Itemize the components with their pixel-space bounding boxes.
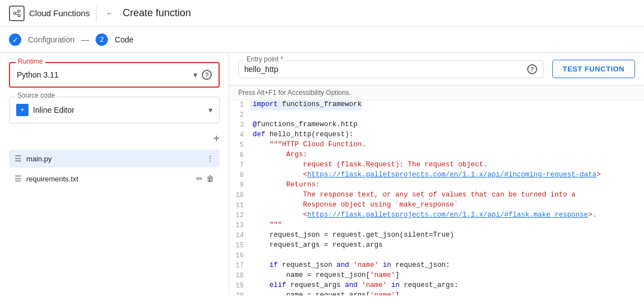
- source-code-section: Source code + Inline Editor ▾: [9, 97, 220, 123]
- code-line: 1import functions_framework: [229, 100, 644, 111]
- code-line: 6 Args:: [229, 151, 644, 161]
- step2-label: Code: [115, 35, 133, 44]
- code-line: 11 Response object using `make_response`: [229, 201, 644, 211]
- entry-point-field: Entry point * ?: [238, 60, 543, 78]
- top-bar: Cloud Functions ← Create function: [0, 0, 644, 27]
- add-file-row: +: [9, 132, 220, 145]
- file-actions-main-py: ⋮: [206, 154, 214, 163]
- inline-editor-row: + Inline Editor ▾: [16, 104, 212, 116]
- entry-point-input[interactable]: [244, 65, 523, 74]
- runtime-help-icon[interactable]: ?: [202, 70, 212, 80]
- file-actions-requirements: ✏ 🗑: [196, 174, 214, 183]
- page-title: Create function: [122, 7, 191, 19]
- file-item-requirements[interactable]: ☰ requirements.txt ✏ 🗑: [9, 170, 220, 188]
- code-line: 9 Returns:: [229, 181, 644, 191]
- step1-label: Configuration: [28, 35, 74, 44]
- code-line: 4def hello_http(request):: [229, 131, 644, 141]
- file-icon: ☰: [15, 154, 22, 163]
- file-list: ☰ main.py ⋮ ☰ requirements.txt ✏ 🗑: [9, 150, 220, 188]
- right-panel: Entry point * ? TEST FUNCTION Press Alt+…: [229, 53, 644, 295]
- back-button[interactable]: ←: [103, 7, 116, 20]
- svg-point-2: [18, 15, 20, 17]
- runtime-section: Runtime Python 3.11 ▾ ?: [9, 62, 220, 88]
- entry-help-icon[interactable]: ?: [527, 64, 537, 74]
- code-line: 17 if request_json and 'name' in request…: [229, 261, 644, 271]
- file-name-main-py: main.py: [26, 155, 202, 163]
- code-line: 18 name = request_json['name']: [229, 271, 644, 281]
- file-name-requirements: requirements.txt: [26, 175, 192, 183]
- svg-line-3: [16, 12, 18, 13]
- code-line: 20 name = request_args['name']: [229, 291, 644, 295]
- svg-line-4: [16, 14, 18, 15]
- runtime-label: Runtime: [16, 58, 45, 65]
- runtime-select[interactable]: Python 3.11: [17, 70, 189, 79]
- breadcrumb-dash: —: [81, 35, 89, 44]
- code-line: 15 request_args = request.args: [229, 241, 644, 251]
- svg-point-0: [13, 12, 16, 15]
- code-line: 19 elif request_args and 'name' in reque…: [229, 281, 644, 291]
- svg-point-1: [18, 10, 20, 12]
- runtime-dropdown-arrow-icon[interactable]: ▾: [193, 70, 197, 79]
- code-line: 5 """HTTP Cloud Function.: [229, 141, 644, 151]
- code-line: 2: [229, 111, 644, 121]
- add-file-button[interactable]: +: [213, 132, 220, 145]
- entry-point-wrap: Entry point * ?: [238, 60, 543, 78]
- code-line: 12 <https://flask.palletsprojects.com/en…: [229, 211, 644, 221]
- code-line: 16: [229, 251, 644, 261]
- divider: [96, 6, 97, 21]
- a11y-hint: Press Alt+F1 for Accessibility Options.: [229, 85, 644, 100]
- code-line: 13 """: [229, 221, 644, 231]
- file-dots-button[interactable]: ⋮: [206, 154, 214, 163]
- breadcrumb: ✓ Configuration — 2 Code: [0, 27, 644, 53]
- main-content: Runtime Python 3.11 ▾ ? Source code + In…: [0, 53, 644, 295]
- app-logo-area: Cloud Functions: [9, 6, 89, 21]
- file-item-main-py[interactable]: ☰ main.py ⋮: [9, 150, 220, 167]
- step2-badge: 2: [96, 33, 108, 46]
- code-line: 10 The response text, or any set of valu…: [229, 191, 644, 201]
- file-edit-button[interactable]: ✏: [196, 174, 203, 183]
- test-function-button[interactable]: TEST FUNCTION: [552, 60, 636, 78]
- code-line: 8 <https://flask.palletsprojects.com/en/…: [229, 171, 644, 181]
- logo-icon: [9, 6, 25, 21]
- file-delete-button[interactable]: 🗑: [206, 174, 214, 183]
- source-code-label: Source code: [15, 92, 57, 99]
- entry-point-label: Entry point *: [244, 55, 285, 63]
- app-name: Cloud Functions: [29, 8, 89, 18]
- code-line: 14 request_json = request.get_json(silen…: [229, 231, 644, 241]
- code-line: 3@functions_framework.http: [229, 121, 644, 131]
- runtime-row: Python 3.11 ▾ ?: [17, 70, 212, 80]
- step1-check-icon: ✓: [9, 33, 21, 46]
- file-icon: ☰: [15, 174, 22, 183]
- code-line: 7 request (flask.Request): The request o…: [229, 161, 644, 171]
- code-editor[interactable]: 1import functions_framework23@functions_…: [229, 100, 644, 295]
- inline-editor-label: Inline Editor: [33, 106, 204, 114]
- source-dropdown-arrow-icon[interactable]: ▾: [209, 106, 212, 114]
- inline-editor-icon: +: [16, 104, 29, 116]
- left-panel: Runtime Python 3.11 ▾ ? Source code + In…: [0, 53, 229, 295]
- entry-row: Entry point * ? TEST FUNCTION: [229, 53, 644, 85]
